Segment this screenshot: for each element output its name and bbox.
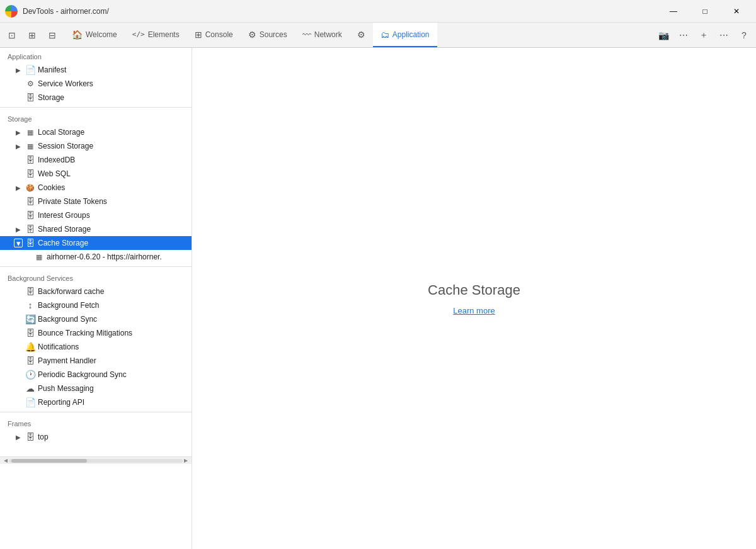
bounce-tracking-icon: 🗄 bbox=[25, 328, 35, 338]
devtools-toggle-1[interactable]: ⊡ bbox=[3, 26, 21, 45]
sidebar-item-service-workers[interactable]: ⚙ Service Workers bbox=[0, 77, 192, 91]
interest-groups-label: Interest Groups bbox=[38, 211, 90, 220]
tab-sources[interactable]: ⚙ Sources bbox=[241, 23, 295, 47]
web-sql-icon: 🗄 bbox=[25, 169, 35, 179]
console-icon: ⊞ bbox=[195, 30, 202, 40]
frame-top-expand-arrow: ▶ bbox=[14, 433, 23, 441]
indexeddb-icon: 🗄 bbox=[25, 155, 35, 165]
settings-button[interactable]: ⋯ bbox=[674, 26, 693, 45]
sidebar-item-background-fetch[interactable]: ↕ Background Fetch bbox=[0, 298, 192, 312]
tab-network-label: Network bbox=[314, 30, 342, 39]
bounce-tracking-label: Bounce Tracking Mitigations bbox=[38, 329, 132, 337]
sidebar-item-private-state-tokens[interactable]: 🗄 Private State Tokens bbox=[0, 195, 192, 208]
elements-icon: </> bbox=[132, 30, 145, 38]
storage-app-label: Storage bbox=[38, 93, 64, 102]
sidebar-item-storage-app[interactable]: 🗄 Storage bbox=[0, 91, 192, 105]
back-forward-cache-icon: 🗄 bbox=[25, 286, 35, 297]
hscroll-right-arrow[interactable]: ▶ bbox=[183, 458, 189, 463]
tab-console[interactable]: ⊞ Console bbox=[187, 23, 241, 47]
close-button[interactable]: ✕ bbox=[722, 1, 751, 21]
manifest-label: Manifest bbox=[38, 65, 66, 74]
local-storage-label: Local Storage bbox=[38, 128, 84, 137]
sidebar-item-shared-storage[interactable]: ▶ 🗄 Shared Storage bbox=[0, 222, 192, 236]
back-forward-cache-label: Back/forward cache bbox=[38, 287, 104, 296]
sidebar-item-periodic-bg-sync[interactable]: 🕐 Periodic Background Sync bbox=[0, 368, 192, 382]
more-tabs-button[interactable]: ⋯ bbox=[714, 26, 733, 45]
sidebar-item-notifications[interactable]: 🔔 Notifications bbox=[0, 340, 192, 354]
sidebar: Application ▶ 📄 Manifest ⚙ Service Worke… bbox=[0, 48, 192, 456]
content-title: Cache Storage bbox=[428, 282, 520, 298]
section-frames-label: Frames bbox=[0, 415, 192, 430]
devtools-toggle-3[interactable]: ⊟ bbox=[43, 26, 62, 45]
sidebar-item-push-messaging[interactable]: ☁ Push Messaging bbox=[0, 382, 192, 395]
cookies-icon: 🍪 bbox=[25, 184, 35, 192]
tab-application[interactable]: 🗂 Application bbox=[373, 23, 437, 47]
manifest-icon: 📄 bbox=[25, 65, 35, 75]
section-application-label: Application bbox=[0, 48, 192, 63]
session-storage-expand-arrow: ▶ bbox=[14, 142, 23, 150]
notifications-label: Notifications bbox=[38, 342, 79, 351]
push-messaging-label: Push Messaging bbox=[38, 384, 94, 393]
shared-storage-label: Shared Storage bbox=[38, 225, 91, 234]
application-icon: 🗂 bbox=[381, 30, 389, 40]
section-bg-services-label: Background Services bbox=[0, 269, 192, 285]
tab-performance[interactable]: ⚙ bbox=[350, 23, 373, 47]
manifest-expand-arrow: ▶ bbox=[14, 65, 23, 74]
devtools-toggle-2[interactable]: ⊞ bbox=[23, 26, 42, 45]
learn-more-link[interactable]: Learn more bbox=[453, 306, 495, 315]
hscroll-thumb[interactable] bbox=[11, 459, 87, 463]
shared-storage-icon: 🗄 bbox=[25, 224, 35, 234]
sidebar-item-frame-top[interactable]: ▶ 🗄 top bbox=[0, 430, 192, 444]
help-button[interactable]: ? bbox=[735, 26, 753, 45]
sidebar-item-interest-groups[interactable]: 🗄 Interest Groups bbox=[0, 208, 192, 222]
sidebar-item-local-storage[interactable]: ▶ ▦ Local Storage bbox=[0, 125, 192, 139]
cookies-label: Cookies bbox=[38, 183, 65, 192]
service-workers-label: Service Workers bbox=[38, 79, 93, 88]
shared-storage-expand-arrow: ▶ bbox=[14, 225, 23, 234]
cache-entry-label: airhorner-0.6.20 - https://airhorner. bbox=[47, 252, 162, 261]
reporting-api-icon: 📄 bbox=[25, 397, 35, 407]
periodic-bg-sync-label: Periodic Background Sync bbox=[38, 370, 127, 379]
sidebar-item-reporting-api[interactable]: 📄 Reporting API bbox=[0, 395, 192, 409]
tab-welcome[interactable]: 🏠 Welcome bbox=[64, 23, 125, 47]
sidebar-item-back-forward-cache[interactable]: 🗄 Back/forward cache bbox=[0, 285, 192, 298]
minimize-button[interactable]: — bbox=[659, 1, 688, 21]
push-messaging-icon: ☁ bbox=[25, 383, 35, 393]
add-tab-button[interactable]: ＋ bbox=[694, 26, 713, 45]
sidebar-item-cookies[interactable]: ▶ 🍪 Cookies bbox=[0, 181, 192, 195]
sidebar-item-payment-handler[interactable]: 🗄 Payment Handler bbox=[0, 354, 192, 368]
main-content: Cache Storage Learn more bbox=[192, 48, 756, 549]
sidebar-item-background-sync[interactable]: 🔄 Background Sync bbox=[0, 312, 192, 326]
window-title: DevTools - airhorner.com/ bbox=[23, 7, 654, 16]
payment-handler-label: Payment Handler bbox=[38, 356, 96, 365]
notifications-icon: 🔔 bbox=[25, 342, 35, 352]
network-icon: 〰 bbox=[302, 30, 311, 40]
browser-icon bbox=[5, 5, 18, 18]
cookies-expand-arrow: ▶ bbox=[14, 183, 23, 192]
sidebar-item-bounce-tracking[interactable]: 🗄 Bounce Tracking Mitigations bbox=[0, 326, 192, 340]
tab-welcome-label: Welcome bbox=[86, 30, 117, 39]
sidebar-item-indexeddb[interactable]: 🗄 IndexedDB bbox=[0, 153, 192, 167]
cache-storage-label: Cache Storage bbox=[38, 239, 88, 247]
sidebar-item-web-sql[interactable]: 🗄 Web SQL bbox=[0, 167, 192, 181]
tab-end-buttons: 📷 ⋯ ＋ ⋯ ? bbox=[651, 23, 756, 47]
maximize-button[interactable]: □ bbox=[690, 1, 719, 21]
background-sync-label: Background Sync bbox=[38, 315, 97, 324]
tab-sources-label: Sources bbox=[260, 30, 287, 39]
sidebar-item-manifest[interactable]: ▶ 📄 Manifest bbox=[0, 63, 192, 77]
hscroll-left-arrow[interactable]: ◀ bbox=[3, 458, 9, 463]
tab-elements[interactable]: </> Elements bbox=[125, 23, 187, 47]
storage-app-icon: 🗄 bbox=[25, 93, 35, 103]
screenshot-button[interactable]: 📷 bbox=[654, 26, 673, 45]
frame-top-icon: 🗄 bbox=[25, 432, 35, 442]
tab-network[interactable]: 〰 Network bbox=[295, 23, 350, 47]
welcome-icon: 🏠 bbox=[72, 30, 83, 40]
interest-groups-icon: 🗄 bbox=[25, 210, 35, 220]
hscroll-track[interactable] bbox=[9, 459, 183, 463]
cache-entry-icon: ▦ bbox=[34, 253, 44, 261]
sidebar-item-cache-storage[interactable]: ▾ 🗄 Cache Storage bbox=[0, 236, 192, 250]
local-storage-icon: ▦ bbox=[25, 128, 35, 137]
sidebar-item-cache-entry[interactable]: ▦ airhorner-0.6.20 - https://airhorner. bbox=[0, 250, 192, 264]
frame-top-label: top bbox=[38, 433, 49, 441]
sidebar-item-session-storage[interactable]: ▶ ▦ Session Storage bbox=[0, 139, 192, 153]
